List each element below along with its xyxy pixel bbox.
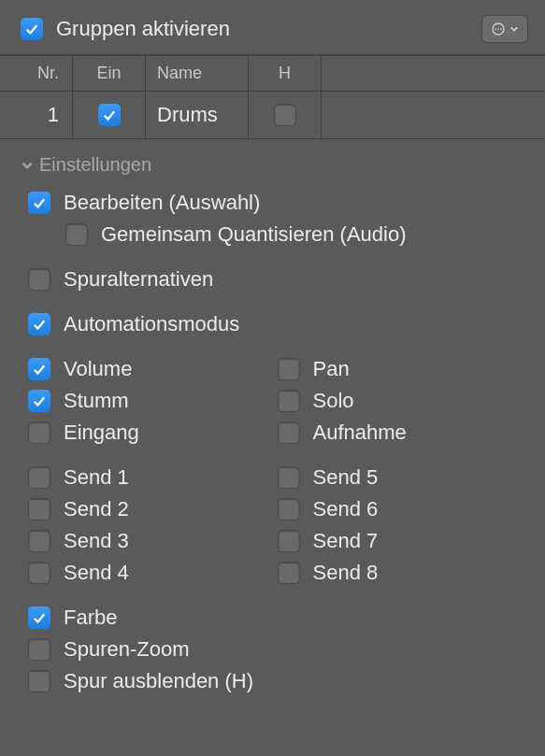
cell-nr: 1 [0,92,73,138]
volume-checkbox[interactable] [28,358,50,380]
send8-checkbox[interactable] [278,562,300,584]
col-ein[interactable]: Ein [73,56,146,91]
hide-label: Spur ausblenden (H) [64,669,253,693]
send5-label: Send 5 [313,465,379,490]
send2-checkbox[interactable] [28,498,50,521]
send6-label: Send 6 [313,497,379,521]
row-enable-checkbox[interactable] [98,104,121,126]
panel-title: Gruppen aktivieren [56,17,230,41]
more-menu-button[interactable] [481,15,528,43]
option-record[interactable]: Aufnahme [278,417,527,449]
row-h-checkbox[interactable] [274,104,296,126]
automode-checkbox[interactable] [28,313,50,335]
option-send7[interactable]: Send 7 [278,525,527,557]
input-label: Eingang [64,421,139,445]
cell-h [249,92,322,138]
svg-point-1 [495,28,496,30]
option-input[interactable]: Eingang [28,417,278,449]
send7-label: Send 7 [313,529,379,553]
more-icon [491,21,506,36]
table-header: Nr. Ein Name H [0,56,545,92]
option-color[interactable]: Farbe [21,602,526,634]
trackalt-checkbox[interactable] [28,268,50,291]
option-mute[interactable]: Stumm [28,385,278,417]
option-pan[interactable]: Pan [278,353,527,385]
send4-label: Send 4 [64,561,129,585]
send3-label: Send 3 [64,529,129,553]
cell-ein [73,92,146,138]
option-zoom[interactable]: Spuren-Zoom [21,634,526,665]
send6-checkbox[interactable] [278,498,300,521]
record-checkbox[interactable] [278,421,300,444]
color-label: Farbe [64,606,117,630]
option-edit[interactable]: Bearbeiten (Auswahl) [21,187,526,219]
option-quantize[interactable]: Gemeinsam Quantisieren (Audio) [21,219,526,250]
option-send8[interactable]: Send 8 [278,557,527,589]
send8-label: Send 8 [313,561,379,585]
option-send2[interactable]: Send 2 [28,493,278,525]
send4-checkbox[interactable] [28,562,50,584]
quantize-checkbox[interactable] [65,223,88,246]
color-checkbox[interactable] [28,606,50,629]
header: Gruppen aktivieren [0,0,545,54]
option-send4[interactable]: Send 4 [28,557,278,589]
quantize-label: Gemeinsam Quantisieren (Audio) [101,222,406,247]
zoom-checkbox[interactable] [28,638,50,661]
volume-label: Volume [64,357,132,381]
mute-label: Stumm [64,389,129,413]
option-trackalt[interactable]: Spuralternativen [21,264,526,295]
record-label: Aufnahme [313,421,407,445]
edit-checkbox[interactable] [28,192,50,214]
send2-label: Send 2 [64,497,129,521]
send5-checkbox[interactable] [278,466,300,489]
header-left: Gruppen aktivieren [21,17,230,41]
svg-point-2 [497,28,499,30]
pan-label: Pan [313,357,350,381]
svg-point-3 [500,28,502,30]
settings-title: Einstellungen [39,154,151,176]
option-send1[interactable]: Send 1 [28,462,278,493]
chevron-down-icon [21,159,34,172]
option-volume[interactable]: Volume [28,353,278,385]
pan-checkbox[interactable] [278,358,300,380]
solo-checkbox[interactable] [278,390,300,412]
solo-label: Solo [313,389,354,413]
groups-enable-checkbox[interactable] [21,18,43,40]
option-hide[interactable]: Spur ausblenden (H) [21,665,526,697]
col-rest [322,56,545,91]
send3-checkbox[interactable] [28,530,50,552]
send7-checkbox[interactable] [278,530,300,552]
option-send5[interactable]: Send 5 [278,462,527,493]
settings-section: Einstellungen Bearbeiten (Auswahl) Gemei… [0,139,545,716]
groups-panel: Gruppen aktivieren Nr. Ein Name H 1 [0,0,545,756]
trackalt-label: Spuralternativen [64,267,213,292]
cell-name[interactable]: Drums [146,92,249,138]
option-send3[interactable]: Send 3 [28,525,278,557]
automode-label: Automationsmodus [64,312,239,336]
col-name[interactable]: Name [146,56,249,91]
hide-checkbox[interactable] [28,670,50,692]
cell-rest [322,92,545,138]
col-h[interactable]: H [249,56,322,91]
send1-label: Send 1 [64,465,129,490]
sends-options: Send 1 Send 2 Send 3 Send 4 Se [21,462,526,589]
edit-label: Bearbeiten (Auswahl) [64,191,260,215]
zoom-label: Spuren-Zoom [64,637,190,662]
table-row[interactable]: 1 Drums [0,92,545,138]
col-nr[interactable]: Nr. [0,56,73,91]
input-checkbox[interactable] [28,421,50,444]
option-send6[interactable]: Send 6 [278,493,527,525]
option-solo[interactable]: Solo [278,385,527,417]
settings-disclosure[interactable]: Einstellungen [21,154,526,176]
mix-options: Volume Stumm Eingang Pan Solo [21,353,526,449]
option-automode[interactable]: Automationsmodus [21,308,526,340]
chevron-down-icon [509,24,519,34]
mute-checkbox[interactable] [28,390,50,412]
groups-table: Nr. Ein Name H 1 Drums [0,54,545,139]
send1-checkbox[interactable] [28,466,50,489]
